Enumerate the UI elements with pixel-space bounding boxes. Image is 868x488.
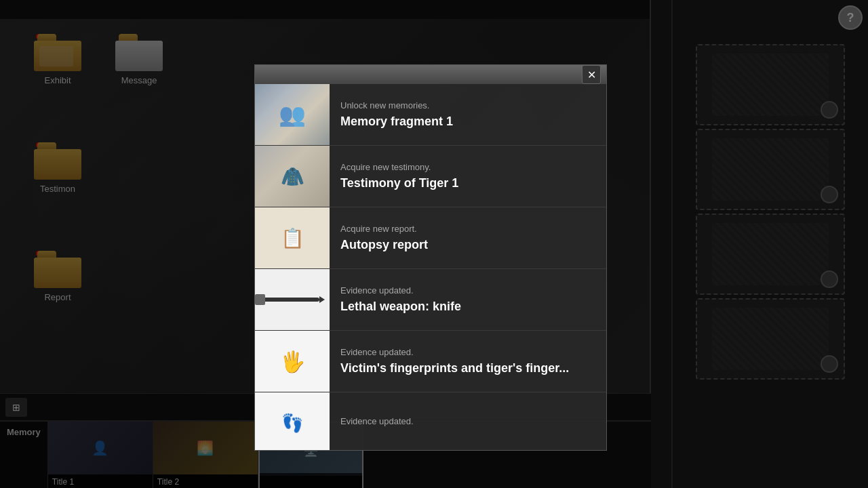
notification-modal: ✕ Unlock new memories. Memory fragment 1… (254, 64, 607, 451)
notif-title-fingerprints: Victim's fingerprints and tiger's finger… (340, 361, 595, 375)
notif-item-knife[interactable]: Evidence updated. Lethal weapon: knife (255, 269, 606, 331)
testimony1-image (255, 146, 330, 207)
notif-item-fingerprints[interactable]: 🖐️ Evidence updated. Victim's fingerprin… (255, 331, 606, 392)
notif-subtitle-memory1: Unlock new memories. (340, 100, 595, 110)
modal-close-button[interactable]: ✕ (582, 65, 601, 84)
notif-subtitle-footprint: Evidence updated. (340, 416, 595, 426)
notif-text-fingerprints: Evidence updated. Victim's fingerprints … (330, 331, 606, 392)
notif-text-testimony1: Acquire new testimony. Testimony of Tige… (330, 146, 606, 207)
memory1-image (255, 84, 330, 145)
notif-subtitle-fingerprints: Evidence updated. (340, 347, 595, 357)
notif-text-footprint: Evidence updated. (330, 392, 606, 451)
knife-image (255, 269, 330, 330)
notif-subtitle-knife: Evidence updated. (340, 285, 595, 296)
knife-shape (265, 298, 319, 302)
notif-title-memory1: Memory fragment 1 (340, 115, 595, 129)
notif-item-memory1[interactable]: Unlock new memories. Memory fragment 1 (255, 84, 606, 146)
notif-title-autopsy: Autopsy report (340, 238, 595, 252)
notif-subtitle-autopsy: Acquire new report. (340, 224, 595, 234)
modal-content: Unlock new memories. Memory fragment 1 A… (255, 84, 606, 451)
notif-item-footprint[interactable]: 👣 Evidence updated. (255, 392, 606, 451)
notif-image-autopsy (255, 207, 330, 268)
notif-subtitle-testimony1: Acquire new testimony. (340, 162, 595, 172)
notif-title-knife: Lethal weapon: knife (340, 300, 595, 314)
notif-item-autopsy[interactable]: Acquire new report. Autopsy report (255, 207, 606, 269)
notif-image-testimony1 (255, 146, 330, 207)
notif-image-fingerprints: 🖐️ (255, 331, 330, 392)
notif-text-memory1: Unlock new memories. Memory fragment 1 (330, 84, 606, 145)
notif-text-autopsy: Acquire new report. Autopsy report (330, 207, 606, 268)
notif-item-testimony1[interactable]: Acquire new testimony. Testimony of Tige… (255, 146, 606, 207)
notif-text-knife: Evidence updated. Lethal weapon: knife (330, 269, 606, 330)
notif-image-knife (255, 269, 330, 330)
notif-title-testimony1: Testimony of Tiger 1 (340, 176, 595, 190)
autopsy-image (255, 207, 330, 268)
fingerprints-image: 🖐️ (255, 331, 330, 392)
notif-image-memory1 (255, 84, 330, 145)
footprint-image: 👣 (255, 392, 330, 451)
modal-header: ✕ (255, 65, 606, 84)
notif-image-footprint: 👣 (255, 392, 330, 451)
